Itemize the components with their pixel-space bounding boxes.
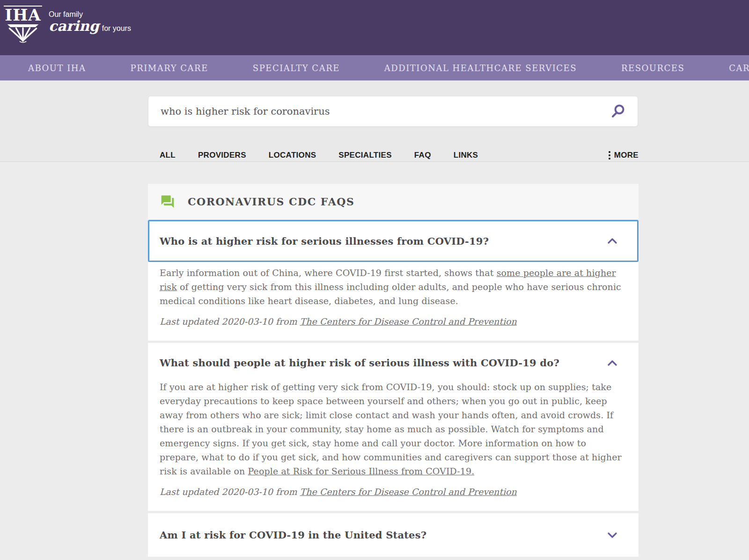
faq-1-last-updated: Last updated 2020-03-10 from The Centers… [160, 316, 624, 327]
tab-all[interactable]: ALL [160, 151, 176, 160]
nav-item-specialty-care[interactable]: SPECIALTY CARE [253, 63, 340, 73]
faq-question-2[interactable]: What should people at higher risk of ser… [148, 343, 639, 376]
main-nav: ABOUT IHA PRIMARY CARE SPECIALTY CARE AD… [0, 55, 749, 80]
faq-question-1-text: Who is at higher risk for serious illnes… [160, 235, 598, 247]
search-input[interactable] [161, 106, 608, 117]
page: IHA Our family caring [0, 0, 749, 560]
faq-2-last-updated: Last updated 2020-03-10 from The Centers… [160, 487, 624, 497]
iha-logo-mark: IHA [6, 6, 40, 43]
chevron-down-icon [607, 532, 617, 538]
tab-faq[interactable]: FAQ [414, 151, 431, 160]
tagline-script: caring [49, 18, 99, 34]
nav-item-about-iha[interactable]: ABOUT IHA [28, 63, 86, 73]
tagline-suffix: for yours [102, 24, 131, 33]
tab-links[interactable]: LINKS [454, 151, 478, 160]
tab-locations[interactable]: LOCATIONS [269, 151, 316, 160]
search-zone: ALL PROVIDERS LOCATIONS SPECIALTIES FAQ … [0, 80, 749, 162]
faq-answer-2-text: If you are at higher risk of getting ver… [160, 380, 624, 478]
more-button[interactable]: MORE [609, 151, 639, 160]
section-title: CORONAVIRUS CDC FAQS [188, 196, 354, 208]
faq-question-2-text: What should people at higher risk of ser… [160, 357, 598, 369]
more-label: MORE [614, 151, 639, 160]
cdc-link[interactable]: The Centers for Disease Control and Prev… [300, 316, 517, 327]
nav-item-primary-care[interactable]: PRIMARY CARE [131, 63, 208, 73]
faq-card-2: What should people at higher risk of ser… [148, 343, 639, 511]
faq-answer-1-text: Early information out of China, where CO… [160, 266, 624, 308]
vertical-dots-icon [609, 151, 610, 160]
faq-answer-1: Early information out of China, where CO… [148, 262, 639, 341]
tab-specialties[interactable]: SPECIALTIES [338, 151, 392, 160]
result-tabs: ALL PROVIDERS LOCATIONS SPECIALTIES FAQ … [148, 149, 639, 162]
nav-item-resources[interactable]: RESOURCES [621, 63, 684, 73]
faq-question-1[interactable]: Who is at higher risk for serious illnes… [148, 220, 639, 262]
cdc-link[interactable]: The Centers for Disease Control and Prev… [300, 487, 517, 497]
faq-answer-2: If you are at higher risk of getting ver… [148, 376, 639, 511]
chevron-up-icon [607, 360, 617, 366]
faq-card-1: Who is at higher risk for serious illnes… [148, 220, 639, 341]
faq-card-3: Am I at risk for COVID-19 in the United … [148, 513, 639, 557]
chevron-up-icon [607, 238, 617, 244]
search-button[interactable] [608, 101, 628, 122]
site-header: IHA Our family caring [0, 0, 749, 55]
faq-question-3-text: Am I at risk for COVID-19 in the United … [160, 529, 598, 541]
results-panel: CORONAVIRUS CDC FAQS Who is at higher ri… [148, 184, 639, 559]
iha-fan-icon [7, 24, 39, 43]
tab-providers[interactable]: PROVIDERS [198, 151, 246, 160]
faq-section-header: CORONAVIRUS CDC FAQS [148, 184, 639, 220]
faq-question-3[interactable]: Am I at risk for COVID-19 in the United … [148, 513, 639, 557]
logo-tagline: Our family caring for yours [49, 6, 131, 34]
search-bar [148, 96, 638, 127]
iha-logo-acronym: IHA [4, 6, 42, 23]
nav-item-additional-services[interactable]: ADDITIONAL HEALTHCARE SERVICES [384, 63, 577, 73]
iha-logo[interactable]: IHA Our family caring [6, 6, 131, 43]
search-icon [610, 103, 626, 119]
nav-item-careers[interactable]: CAR [729, 63, 749, 73]
forum-chat-icon [160, 194, 176, 209]
faq-answer-2-link[interactable]: People at Risk for Serious Illness from … [248, 466, 475, 476]
